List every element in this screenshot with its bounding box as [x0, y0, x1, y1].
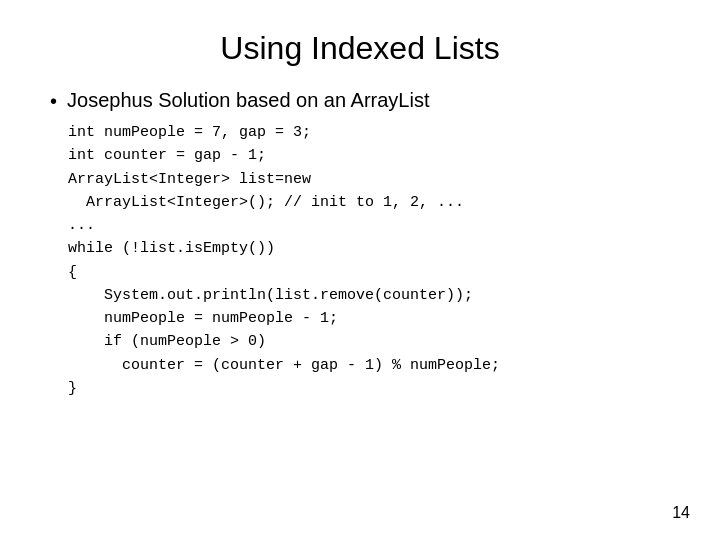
slide: Using Indexed Lists • Josephus Solution … [0, 0, 720, 540]
bullet-section: • Josephus Solution based on an ArrayLis… [50, 89, 670, 400]
bullet-dot: • [50, 90, 57, 113]
slide-title: Using Indexed Lists [50, 30, 670, 67]
code-block: int numPeople = 7, gap = 3; int counter … [68, 121, 670, 400]
page-number: 14 [672, 504, 690, 522]
bullet-text: Josephus Solution based on an ArrayList [67, 89, 429, 112]
bullet-item: • Josephus Solution based on an ArrayLis… [50, 89, 670, 113]
